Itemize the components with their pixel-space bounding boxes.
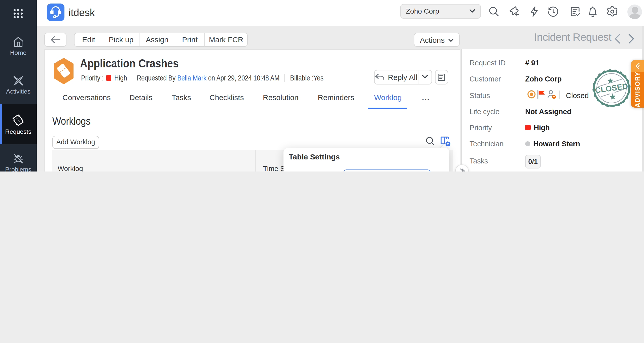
svg-text:CLOSED: CLOSED [594, 81, 629, 95]
